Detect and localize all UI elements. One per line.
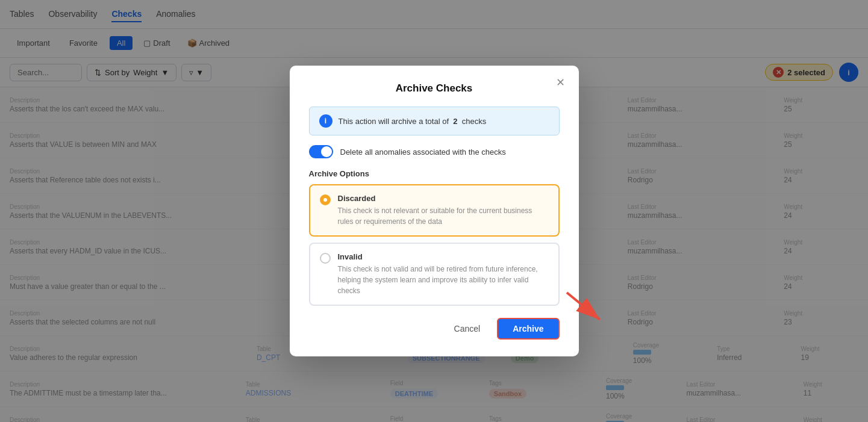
option-discarded-content: Discarded This check is not relevant or …	[338, 194, 549, 227]
modal-footer: Cancel Archive	[309, 318, 560, 340]
modal-close-button[interactable]: ✕	[552, 74, 569, 91]
option-discarded-desc: This check is not relevant or suitable f…	[338, 205, 549, 227]
option-invalid-title: Invalid	[338, 252, 549, 261]
option-discarded[interactable]: Discarded This check is not relevant or …	[309, 184, 560, 237]
info-suffix: checks	[462, 117, 486, 126]
toggle-anomalies[interactable]	[309, 145, 333, 158]
info-count: 2	[453, 117, 457, 126]
option-discarded-title: Discarded	[338, 194, 549, 203]
option-invalid-content: Invalid This check is not valid and will…	[338, 252, 549, 296]
archive-options-label: Archive Options	[309, 169, 560, 178]
option-invalid[interactable]: Invalid This check is not valid and will…	[309, 243, 560, 306]
toggle-label: Delete all anomalies associated with the…	[340, 147, 506, 157]
info-text: This action will archive a total of 2 ch…	[339, 117, 487, 126]
info-prefix: This action will archive a total of	[339, 117, 449, 126]
info-icon: i	[319, 114, 333, 128]
modal-title: Archive Checks	[309, 82, 560, 95]
info-box: i This action will archive a total of 2 …	[309, 107, 560, 135]
option-invalid-desc: This check is not valid and will be reti…	[338, 264, 549, 296]
modal-overlay: ✕ Archive Checks i This action will arch…	[0, 0, 868, 422]
radio-invalid	[320, 253, 331, 264]
archive-button[interactable]: Archive	[497, 318, 559, 340]
cancel-button[interactable]: Cancel	[445, 319, 490, 338]
toggle-row: Delete all anomalies associated with the…	[309, 145, 560, 158]
radio-discarded	[320, 194, 331, 205]
archive-checks-modal: ✕ Archive Checks i This action will arch…	[290, 66, 579, 356]
